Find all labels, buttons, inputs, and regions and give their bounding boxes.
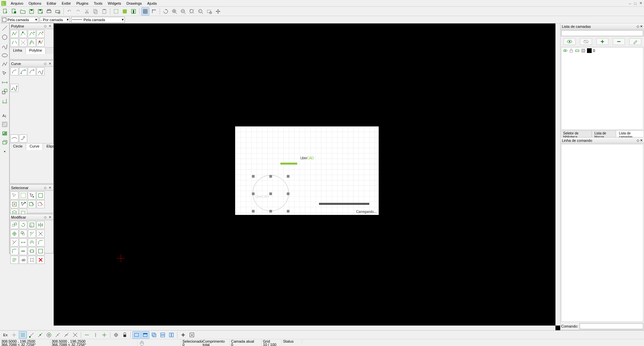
add-view-button[interactable] xyxy=(179,331,187,339)
maximize-button[interactable]: □ xyxy=(633,1,637,5)
menu-ajuda[interactable]: Ajuda xyxy=(145,1,159,6)
arc-tan-button[interactable] xyxy=(28,67,36,75)
construction-icon[interactable] xyxy=(581,48,586,53)
save-view-button[interactable]: + xyxy=(188,331,196,339)
curve-tool-icon[interactable] xyxy=(1,42,8,50)
grid-button[interactable] xyxy=(141,7,149,15)
block-tool-icon[interactable] xyxy=(1,138,8,147)
command-input[interactable] xyxy=(580,323,643,329)
paste-button[interactable] xyxy=(100,7,108,15)
linetype-selector[interactable]: Pela camada▾ xyxy=(71,17,125,23)
layer-row[interactable]: 0 xyxy=(561,48,643,54)
point-tool-icon[interactable] xyxy=(1,148,8,156)
snap-endpoint-button[interactable] xyxy=(28,331,36,339)
freehand-button[interactable] xyxy=(19,134,27,142)
lock-icon[interactable] xyxy=(569,48,574,53)
cascade-button[interactable] xyxy=(150,331,158,339)
zoom-auto-button[interactable] xyxy=(188,7,196,15)
delete-button[interactable] xyxy=(37,256,45,264)
color-swatch[interactable] xyxy=(587,48,592,53)
snap-on-entity-button[interactable] xyxy=(36,331,44,339)
lock-relative-button[interactable] xyxy=(121,331,129,339)
tab-mode-button[interactable] xyxy=(132,331,141,339)
minimize-button[interactable]: – xyxy=(628,1,632,5)
tab-circle[interactable]: Circle xyxy=(10,143,26,150)
line-tool-icon[interactable] xyxy=(1,24,8,32)
circle-tool-icon[interactable] xyxy=(1,33,8,41)
snap-middle-button[interactable] xyxy=(54,331,62,339)
draft-toggle-button[interactable] xyxy=(129,7,138,15)
menu-tools[interactable]: Tools xyxy=(91,1,105,6)
tab-polyline[interactable]: Polyline xyxy=(26,48,46,54)
menu-editar[interactable]: Editar xyxy=(44,1,59,6)
add-layer-button[interactable] xyxy=(596,38,608,45)
info-tool-icon[interactable] xyxy=(1,97,8,105)
open-file-button[interactable] xyxy=(19,7,27,15)
menu-exibir[interactable]: Exibir xyxy=(59,1,74,6)
polyline-add-button[interactable] xyxy=(19,30,27,38)
vertical-scrollbar[interactable] xyxy=(555,23,560,326)
moverotate-button[interactable] xyxy=(10,230,18,238)
zoom-pan-button[interactable] xyxy=(214,7,222,15)
layer-list[interactable]: 0 xyxy=(561,47,643,130)
restrict-horiz-button[interactable] xyxy=(100,331,108,339)
exclusive-snap-button[interactable]: Ex xyxy=(1,331,9,339)
window-mode-button[interactable] xyxy=(141,331,149,339)
arc-center-button[interactable] xyxy=(10,67,18,75)
explode-text-button[interactable]: ab xyxy=(19,256,27,264)
deselect-all-button[interactable] xyxy=(10,191,18,199)
dock-icon[interactable]: ◇ xyxy=(43,215,47,219)
dock-icon[interactable]: ◇ xyxy=(43,186,47,190)
color-selector[interactable]: Pela camada▾ xyxy=(1,17,38,23)
horizontal-scrollbar[interactable] xyxy=(54,326,555,330)
menu-arquivo[interactable]: Arquivo xyxy=(8,1,26,6)
close-button[interactable]: ✕ xyxy=(639,1,643,5)
move-button[interactable] xyxy=(10,221,18,229)
tab-blocos[interactable]: Lista de blocos xyxy=(592,131,616,137)
drawing-canvas[interactable]: LibreCAD LibreCAD Carregando... xyxy=(54,23,560,330)
select-all-button[interactable] xyxy=(19,191,27,199)
spline-button[interactable] xyxy=(37,67,45,75)
print-button[interactable] xyxy=(45,7,53,15)
command-history[interactable] xyxy=(561,144,643,322)
zoom-window-button[interactable] xyxy=(205,7,213,15)
menu-plugins[interactable]: Plugins xyxy=(73,1,91,6)
ortho-button[interactable] xyxy=(150,7,158,15)
fullscreen-button[interactable] xyxy=(112,7,120,15)
tab-curve[interactable]: Curve xyxy=(26,143,43,150)
revert-button[interactable] xyxy=(28,230,36,238)
tab-camadas[interactable]: Lista de camadas xyxy=(616,131,644,137)
polyline-draw-button[interactable] xyxy=(10,30,18,38)
polyline-trim-button[interactable] xyxy=(19,39,27,47)
save-as-button[interactable]: + xyxy=(36,7,44,15)
spline-points-button[interactable] xyxy=(10,84,18,92)
new-from-template-button[interactable] xyxy=(10,7,18,15)
select-contour-button[interactable] xyxy=(19,200,27,208)
polyline-equid-button[interactable] xyxy=(28,39,36,47)
tab-biblioteca[interactable]: Seletor de biblioteca xyxy=(560,131,592,137)
tile-h-button[interactable] xyxy=(159,331,167,339)
menu-widgets[interactable]: Widgets xyxy=(105,1,124,6)
zoom-prev-button[interactable] xyxy=(197,7,205,15)
divide-button[interactable] xyxy=(19,247,27,255)
close-icon[interactable]: ✕ xyxy=(640,138,643,142)
image-tool-icon[interactable] xyxy=(1,129,8,137)
redo-button[interactable] xyxy=(74,7,82,15)
select-window-button[interactable] xyxy=(37,191,45,199)
close-icon[interactable]: ✕ xyxy=(640,24,643,28)
modify-tool-icon[interactable] xyxy=(1,88,8,96)
cut-button[interactable] xyxy=(83,7,91,15)
dock-icon[interactable]: ◇ xyxy=(637,24,639,28)
polyline-delbetween-button[interactable] xyxy=(10,39,18,47)
close-icon[interactable]: ✕ xyxy=(48,62,52,66)
snap-grid-button[interactable] xyxy=(19,331,27,339)
edit-layer-button[interactable] xyxy=(629,38,641,45)
tile-v-button[interactable] xyxy=(167,331,175,339)
properties-button[interactable] xyxy=(37,247,45,255)
bevel-button[interactable] xyxy=(37,238,45,246)
close-icon[interactable]: ✕ xyxy=(48,24,52,28)
print-preview-button[interactable] xyxy=(54,7,62,15)
print-icon[interactable] xyxy=(575,48,580,53)
hatch-tool-icon[interactable] xyxy=(1,120,8,128)
offset-button[interactable] xyxy=(28,238,36,246)
